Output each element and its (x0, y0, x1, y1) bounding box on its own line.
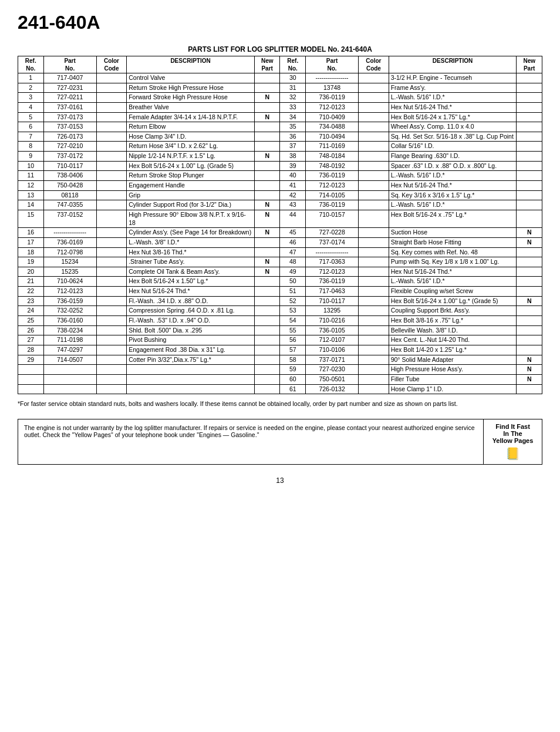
table-row: 12750-0428Engagement Handle41712-0123Hex… (18, 181, 542, 191)
table-row: 23736-0159Fl.-Wash. .34 I.D. x .88" O.D.… (18, 296, 542, 306)
table-row: 59727-0230High Pressure Hose Ass'y.N (18, 365, 542, 375)
table-row: 9737-0172Nipple 1/2-14 N.P.T.F. x 1.5" L… (18, 152, 542, 162)
table-row: 24732-0252Compression Spring .64 O.D. x … (18, 306, 542, 316)
parts-table: Ref.No. PartNo. ColorCode DESCRIPTION Ne… (18, 56, 542, 394)
table-row: 11738-0406Return Stroke Stop Plunger4073… (18, 171, 542, 181)
header-color: ColorCode (96, 56, 126, 73)
page-number: 13 (18, 476, 542, 485)
table-row: 1308118Grip42714-0105Sq. Key 3/16 x 3/16… (18, 190, 542, 200)
table-row: 26738-0234Shld. Bolt .500" Dia. x .29555… (18, 325, 542, 335)
table-row: 1717-0407Control Valve30----------------… (18, 73, 542, 83)
header-ref2: Ref.No. (280, 56, 306, 73)
table-row: 16----------------Cylinder Ass'y. (See P… (18, 228, 542, 238)
table-row: 10710-0117Hex Bolt 5/16-24 x 1.00" Lg. (… (18, 161, 542, 171)
table-row: 7726-0173Hose Clamp 3/4" I.D.36710-0494S… (18, 132, 542, 142)
table-row: 25736-0160Fl.-Wash. .53" I.D. x .94" O.D… (18, 316, 542, 326)
table-row: 27711-0198Pivot Bushing56712-0107Hex Cen… (18, 335, 542, 345)
table-row: 6737-0153Return Elbow35734-0488Wheel Ass… (18, 122, 542, 132)
table-row: 15737-0152High Pressure 90° Elbow 3/8 N.… (18, 210, 542, 227)
engine-notice-box: The engine is not under warranty by the … (18, 419, 542, 465)
find-it-fast-box: Find It Fast In The Yellow Pages 📒 (483, 419, 542, 464)
find-it-fast-line2: In The (503, 430, 522, 437)
yellow-pages-icon: 📒 (505, 446, 520, 461)
table-row: 60750-0501Filler TubeN (18, 374, 542, 384)
header-desc: DESCRIPTION (127, 56, 255, 73)
find-it-fast-line3: Yellow Pages (492, 437, 534, 444)
header-part: PartNo. (43, 56, 96, 73)
page-title: 241-640A (18, 12, 542, 33)
header-new2: NewPart (517, 56, 542, 73)
table-row: 21710-0624Hex Bolt 5/16-24 x 1.50" Lg.*5… (18, 277, 542, 287)
engine-notice-text: The engine is not under warranty by the … (18, 419, 483, 464)
parts-table-title: PARTS LIST FOR LOG SPLITTER MODEL No. 24… (18, 45, 542, 53)
table-row: 1915234.Strainer Tube Ass'y.N48717-0363P… (18, 257, 542, 267)
table-row: 18712-0798Hex Nut 3/8-16 Thd.*47--------… (18, 247, 542, 257)
header-part2: PartNo. (305, 56, 358, 73)
find-it-fast-line1: Find It Fast (495, 423, 530, 430)
table-row: 4737-0161Breather Valve33712-0123Hex Nut… (18, 102, 542, 112)
table-row: 29714-0507Cotter Pin 3/32",Dia.x.75" Lg.… (18, 355, 542, 365)
table-row: 2727-0231Return Stroke High Pressure Hos… (18, 83, 542, 93)
table-row: 5737-0173Female Adapter 3/4-14 x 1/4-18 … (18, 112, 542, 122)
table-row: 17736-0169L.-Wash. 3/8" I.D.*46737-0174S… (18, 237, 542, 247)
table-row: 22712-0123Hex Nut 5/16-24 Thd.*51717-046… (18, 287, 542, 297)
header-ref: Ref.No. (18, 56, 44, 73)
header-color2: ColorCode (359, 56, 389, 73)
table-row: 2015235Complete Oil Tank & Beam Ass'y.N4… (18, 267, 542, 277)
table-row: 28747-0297Engagement Rod .38 Dia. x 31" … (18, 345, 542, 355)
table-row: 61726-0132Hose Clamp 1" I.D. (18, 384, 542, 394)
footnote: *For faster service obtain standard nuts… (18, 400, 542, 407)
header-new: NewPart (254, 56, 280, 73)
header-desc2: DESCRIPTION (389, 56, 517, 73)
table-row: 14747-0355Cylinder Support Rod (for 3-1/… (18, 200, 542, 210)
table-row: 8727-0210Return Hose 3/4" I.D. x 2.62" L… (18, 142, 542, 152)
table-row: 3727-0211Forward Stroke High Pressure Ho… (18, 93, 542, 103)
